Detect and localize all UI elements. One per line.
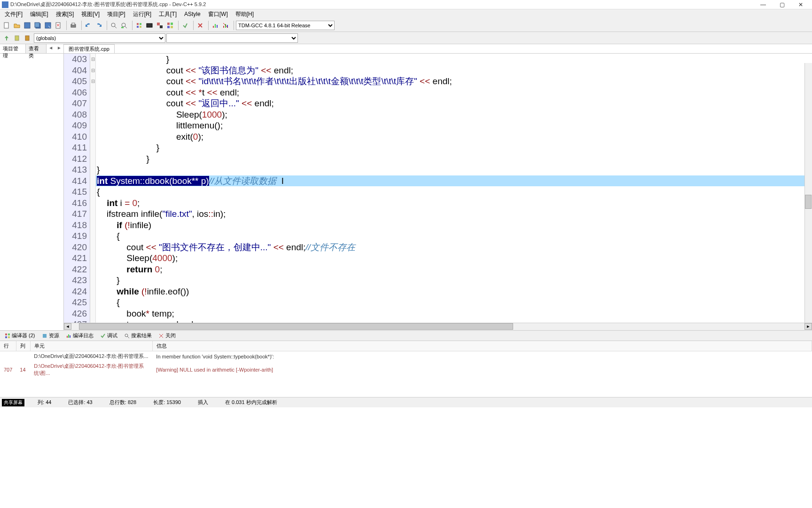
menu-window[interactable]: 窗口[W]	[205, 9, 231, 19]
svg-rect-35	[67, 336, 68, 338]
window-titlebar: D:\OneDrive\桌面\2204060412-李欣-图书管理系统\图书管理…	[0, 0, 812, 9]
rebuild-button[interactable]	[165, 21, 175, 30]
menu-edit[interactable]: 编辑[E]	[27, 9, 51, 19]
hscroll-thumb[interactable]	[79, 323, 513, 330]
svg-rect-31	[8, 333, 10, 335]
close-button[interactable]: ✕	[791, 0, 810, 9]
save-as-button[interactable]	[43, 21, 53, 30]
tab-compiler[interactable]: 编译器 (2)	[2, 331, 38, 340]
tab-nav-right[interactable]: ►	[55, 44, 63, 53]
tab-compile-log[interactable]: 编译日志	[63, 331, 96, 340]
svg-rect-15	[147, 24, 152, 27]
new-file-button[interactable]	[2, 21, 11, 30]
share-screen-badge: 共享屏幕	[2, 399, 24, 406]
svg-rect-24	[217, 25, 218, 28]
compiler-row[interactable]: 70714D:\OneDrive\桌面\2204060412-李欣-图书管理系统…	[0, 361, 812, 378]
svg-rect-3	[35, 23, 39, 27]
svg-rect-33	[8, 336, 10, 338]
compiler-row[interactable]: D:\OneDrive\桌面\2204060412-李欣-图书管理系...In …	[0, 351, 812, 362]
close-file-button[interactable]	[54, 21, 63, 30]
bottom-panel-tabs: 编译器 (2) 资源 编译日志 调试 搜索结果 关闭	[0, 330, 812, 341]
hscroll-left[interactable]: ◄	[64, 323, 71, 330]
bookmark-button[interactable]	[12, 33, 22, 43]
svg-rect-1	[24, 23, 30, 28]
tab-project-manager[interactable]: 项目管理	[0, 44, 26, 53]
svg-point-8	[111, 23, 115, 27]
menu-tools[interactable]: 工具[T]	[156, 9, 180, 19]
menu-project[interactable]: 项目[P]	[104, 9, 128, 19]
compiler-select[interactable]: TDM-GCC 4.8.1 64-bit Release	[236, 21, 335, 30]
menu-astyle[interactable]: AStyle	[181, 10, 203, 18]
horizontal-scrollbar[interactable]: ◄ ►	[64, 323, 812, 330]
print-button[interactable]	[69, 21, 78, 30]
status-column: 列: 44	[34, 399, 55, 406]
svg-rect-29	[25, 36, 29, 40]
goto-button[interactable]	[2, 33, 11, 43]
main-area: 项目管理 查看类 ◄ ► 图书管理系统.cpp 4034044054064074…	[0, 44, 812, 330]
scope-select[interactable]: (globals)	[34, 33, 165, 43]
undo-button[interactable]	[84, 21, 93, 30]
svg-rect-16	[157, 23, 160, 25]
compile-run-button[interactable]	[155, 21, 164, 30]
status-selected: 已选择: 43	[64, 399, 96, 406]
tab-class-view[interactable]: 查看类	[26, 44, 47, 53]
col-line[interactable]: 行	[0, 341, 16, 351]
svg-rect-12	[140, 23, 141, 25]
menu-help[interactable]: 帮助[H]	[233, 9, 257, 19]
col-info[interactable]: 信息	[152, 341, 812, 351]
menu-run[interactable]: 运行[R]	[130, 9, 154, 19]
svg-rect-20	[167, 26, 170, 28]
replace-button[interactable]	[119, 21, 129, 30]
svg-rect-19	[171, 23, 173, 25]
member-select[interactable]	[166, 33, 298, 43]
editor-tabs: 图书管理系统.cpp	[64, 44, 812, 54]
svg-rect-34	[43, 334, 47, 338]
tab-nav-left[interactable]: ◄	[47, 44, 55, 53]
menu-search[interactable]: 搜索[S]	[53, 9, 77, 19]
main-toolbar: TDM-GCC 4.8.1 64-bit Release	[0, 19, 812, 32]
profile-button[interactable]	[211, 21, 220, 30]
run-button[interactable]	[145, 21, 154, 30]
tab-debug[interactable]: 调试	[97, 331, 120, 340]
svg-rect-7	[72, 23, 75, 25]
delete-profile-button[interactable]	[221, 21, 230, 30]
editor: 图书管理系统.cpp 40340440540640740840941041141…	[64, 44, 812, 330]
hscroll-right[interactable]: ►	[804, 323, 812, 330]
window-title: D:\OneDrive\桌面\2204060412-李欣-图书管理系统\图书管理…	[10, 1, 754, 8]
menubar: 文件[F] 编辑[E] 搜索[S] 视图[V] 项目[P] 运行[R] 工具[T…	[0, 9, 812, 19]
open-button[interactable]	[12, 21, 22, 30]
svg-rect-28	[15, 36, 19, 40]
editor-tab-file[interactable]: 图书管理系统.cpp	[64, 44, 115, 53]
debug-button[interactable]	[180, 21, 190, 30]
goto-bookmark-button[interactable]	[23, 33, 32, 43]
compile-button[interactable]	[134, 21, 144, 30]
sidebar: 项目管理 查看类 ◄ ►	[0, 44, 64, 330]
save-button[interactable]	[23, 21, 32, 30]
svg-rect-37	[70, 335, 70, 338]
svg-rect-21	[171, 26, 173, 28]
fold-column[interactable]: ⊟ ⊟ ⊟	[90, 54, 96, 323]
col-col[interactable]: 列	[16, 341, 30, 351]
minimize-button[interactable]: —	[754, 0, 773, 9]
status-parse: 在 0.031 秒内完成解析	[221, 399, 281, 406]
secondary-toolbar: (globals)	[0, 32, 812, 44]
menu-file[interactable]: 文件[F]	[2, 9, 25, 19]
tab-search-results[interactable]: 搜索结果	[121, 331, 155, 340]
find-button[interactable]	[109, 21, 118, 30]
tab-resources[interactable]: 资源	[39, 331, 62, 340]
maximize-button[interactable]: ▢	[773, 0, 791, 9]
svg-point-9	[122, 23, 125, 27]
save-all-button[interactable]	[33, 21, 42, 30]
tab-close[interactable]: 关闭	[156, 331, 179, 340]
svg-rect-10	[121, 27, 124, 28]
code-area[interactable]: 4034044054064074084094104114124134144154…	[64, 54, 812, 323]
svg-rect-17	[160, 25, 163, 28]
svg-rect-30	[5, 333, 7, 335]
code-content[interactable]: } cout << "该图书信息为" << endl; cout << "id\…	[96, 54, 812, 323]
menu-view[interactable]: 视图[V]	[78, 9, 102, 19]
svg-rect-25	[223, 26, 224, 28]
compiler-output: 行 列 单元 信息 D:\OneDrive\桌面\2204060412-李欣-图…	[0, 341, 812, 397]
redo-button[interactable]	[94, 21, 103, 30]
col-unit[interactable]: 单元	[30, 341, 152, 351]
stop-button[interactable]	[195, 21, 205, 30]
